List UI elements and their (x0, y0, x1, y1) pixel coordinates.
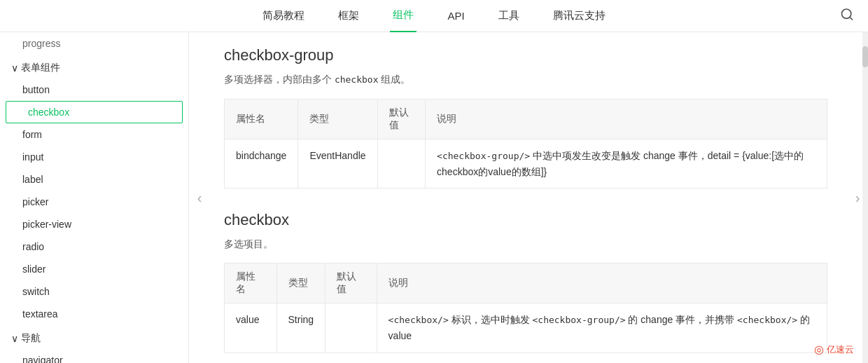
svg-line-1 (850, 17, 853, 20)
component-desc-checkbox-group: 多项选择器，内部由多个 checkbox 组成。 (224, 71, 827, 88)
prop-default-empty (326, 303, 377, 352)
sidebar-item-navigator[interactable]: navigator (0, 349, 188, 363)
col-header-desc: 说明 (426, 99, 827, 139)
sidebar-item-picker-view[interactable]: picker-view (0, 213, 188, 235)
props-table-checkbox-group: 属性名 类型 默认值 说明 bindchange EventHandle (224, 99, 827, 189)
sidebar-item-switch[interactable]: switch (0, 280, 188, 303)
prop-desc: <checkbox-group/> 中选中项发生改变是触发 change 事件，… (426, 139, 827, 188)
table-header-row: 属性名 类型 默认值 说明 (225, 99, 827, 139)
nav-item-jianyijiaocheng[interactable]: 简易教程 (260, 0, 307, 32)
prev-nav-arrow[interactable]: ‹ (189, 177, 210, 219)
sidebar-group-form[interactable]: ∨ 表单组件 (0, 55, 188, 78)
sidebar-item-textarea[interactable]: textarea (0, 303, 188, 325)
nav-item-jiagou[interactable]: 框架 (335, 0, 362, 32)
props-table-checkbox: 属性名 类型 默认值 说明 value String <checkbox (224, 263, 827, 352)
search-icon[interactable] (840, 7, 854, 25)
sidebar-item-label[interactable]: label (0, 168, 188, 191)
sidebar-item-progress[interactable]: progress (0, 32, 188, 55)
section-checkbox: checkbox 多选项目。 属性名 类型 默认值 说明 value (224, 211, 827, 353)
component-title-checkbox: checkbox (224, 211, 827, 229)
next-nav-arrow[interactable]: › (847, 177, 868, 219)
col-header-type-2: 类型 (276, 263, 326, 303)
prop-type: EventHandle (298, 139, 377, 188)
prop-name: bindchange (225, 139, 298, 188)
body-container: progress ∨ 表单组件 button checkbox form inp… (0, 32, 868, 363)
chevron-down-icon-nav: ∨ (11, 333, 18, 344)
sidebar: progress ∨ 表单组件 button checkbox form inp… (0, 32, 189, 363)
col-header-default-2: 默认值 (326, 263, 377, 303)
table-row: value String <checkbox/> 标识，选中时触发 <check… (225, 303, 827, 352)
sidebar-group-nav[interactable]: ∨ 导航 (0, 325, 188, 349)
nav-item-zujian[interactable]: 组件 (390, 0, 416, 32)
sidebar-item-picker[interactable]: picker (0, 191, 188, 213)
logo-icon: ◎ (814, 343, 824, 356)
sidebar-item-checkbox[interactable]: checkbox (6, 101, 183, 123)
sidebar-item-slider[interactable]: slider (0, 258, 188, 280)
bottom-logo: ◎ 亿速云 (814, 343, 854, 356)
prop-type-string: String (276, 303, 326, 352)
sidebar-item-form[interactable]: form (0, 123, 188, 146)
nav-items: 简易教程 框架 组件 API 工具 腾讯云支持 (260, 0, 608, 32)
nav-item-tengxunyun[interactable]: 腾讯云支持 (550, 0, 608, 32)
chevron-down-icon: ∨ (11, 62, 18, 74)
col-header-default: 默认值 (377, 99, 425, 139)
component-title-checkbox-group: checkbox-group (224, 46, 827, 64)
main-content: checkbox-group 多项选择器，内部由多个 checkbox 组成。 … (189, 32, 862, 363)
scrollbar-thumb (862, 46, 868, 67)
col-header-propname: 属性名 (225, 99, 298, 139)
col-header-desc-2: 说明 (377, 263, 827, 303)
table-row: bindchange EventHandle <checkbox-group/>… (225, 139, 827, 188)
top-navigation: 简易教程 框架 组件 API 工具 腾讯云支持 (0, 0, 868, 32)
sidebar-item-input[interactable]: input (0, 146, 188, 168)
col-header-propname-2: 属性名 (225, 263, 277, 303)
prop-desc-value: <checkbox/> 标识，选中时触发 <checkbox-group/> 的… (377, 303, 827, 352)
component-desc-checkbox: 多选项目。 (224, 236, 827, 252)
nav-item-api[interactable]: API (444, 0, 467, 32)
section-checkbox-group: checkbox-group 多项选择器，内部由多个 checkbox 组成。 … (224, 46, 827, 189)
col-header-type: 类型 (298, 99, 377, 139)
logo-text: 亿速云 (827, 343, 854, 356)
nav-item-gongju[interactable]: 工具 (496, 0, 522, 32)
table-header-row-2: 属性名 类型 默认值 说明 (225, 263, 827, 303)
prop-default (377, 139, 425, 188)
sidebar-item-button[interactable]: button (0, 78, 188, 101)
sidebar-item-radio[interactable]: radio (0, 235, 188, 258)
prop-name-value: value (225, 303, 277, 352)
